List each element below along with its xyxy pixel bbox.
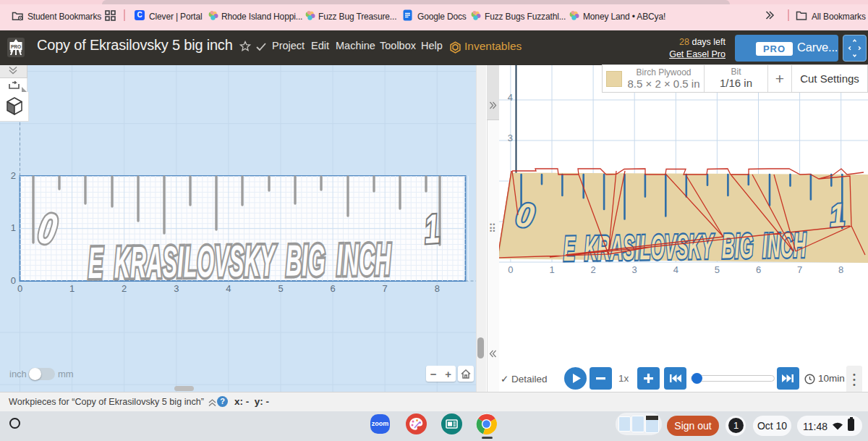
svg-text:1: 1 [549,264,554,275]
svg-text:4: 4 [508,92,513,103]
svg-text:2: 2 [590,264,595,275]
svg-text:E KRASILOVSKY BIG INCH: E KRASILOVSKY BIG INCH [88,234,391,287]
svg-text:5: 5 [715,264,720,275]
svg-text:4: 4 [226,283,231,294]
svg-text:2: 2 [11,170,16,181]
svg-text:7: 7 [797,264,802,275]
svg-text:1: 1 [11,222,16,233]
svg-text:0: 0 [508,264,513,275]
svg-text:8: 8 [435,283,440,294]
svg-text:6: 6 [330,283,335,294]
svg-text:1: 1 [422,206,441,251]
svg-text:3: 3 [632,264,637,275]
svg-text:8: 8 [838,264,843,275]
svg-text:1: 1 [69,283,75,294]
svg-text:3: 3 [508,133,513,143]
svg-text:0: 0 [11,275,16,286]
svg-text:5: 5 [278,283,283,294]
svg-text:3: 3 [174,283,179,294]
svg-text:4: 4 [673,264,678,275]
svg-text:PRO: PRO [11,44,21,49]
svg-text:2: 2 [122,283,127,294]
svg-text:7: 7 [383,283,388,294]
svg-text:6: 6 [756,264,761,275]
svg-text:0: 0 [17,283,22,294]
